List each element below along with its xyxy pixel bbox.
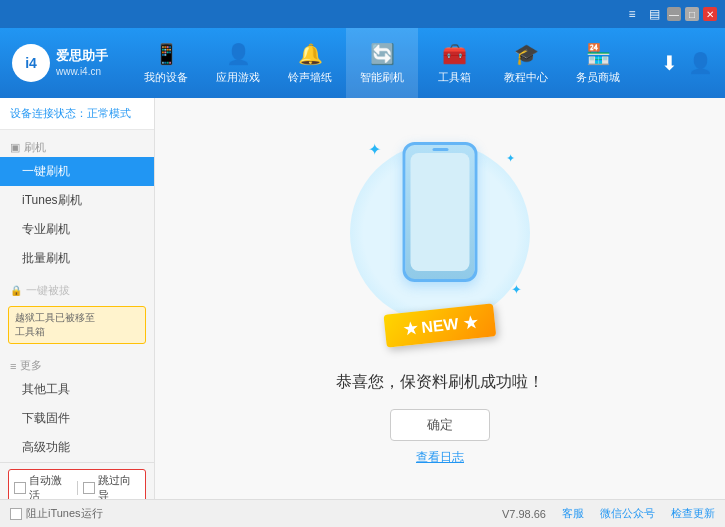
wifi-icon: ≡ (623, 5, 641, 23)
footer: 阻止iTunes运行 V7.98.66 客服 微信公众号 检查更新 (0, 499, 725, 527)
ringtones-icon: 🔔 (298, 42, 323, 66)
main-layout: 设备连接状态：正常模式 ▣ 刷机 一键刷机 iTunes刷机 专业刷机 批量刷机… (0, 98, 725, 499)
auto-activate-checkbox[interactable]: 自动激活 (14, 473, 71, 499)
sidebar-item-one-key-flash[interactable]: 一键刷机 (0, 157, 154, 186)
stop-itunes-checkbox[interactable] (10, 508, 22, 520)
skip-guide-checkbox[interactable]: 跳过向导 (83, 473, 140, 499)
skip-guide-check-box[interactable] (83, 482, 95, 494)
view-log-button[interactable]: 查看日志 (416, 449, 464, 466)
flash-section-header: ▣ 刷机 (0, 136, 154, 157)
sidebar: 设备连接状态：正常模式 ▣ 刷机 一键刷机 iTunes刷机 专业刷机 批量刷机… (0, 98, 155, 499)
sidebar-item-batch-flash[interactable]: 批量刷机 (0, 244, 154, 273)
sidebar-item-other-tools[interactable]: 其他工具 (0, 375, 154, 404)
flash-section: ▣ 刷机 一键刷机 iTunes刷机 专业刷机 批量刷机 (0, 130, 154, 279)
nav-tutorials[interactable]: 🎓 教程中心 (490, 28, 562, 98)
sidebar-item-download-firmware[interactable]: 下载固件 (0, 404, 154, 433)
sparkle-right-top-icon: ✦ (506, 152, 515, 165)
business-icon: 🏪 (586, 42, 611, 66)
device-area: 自动激活 跳过向导 📱 iPhone 15 Pro Max 512GB iPho… (0, 462, 154, 499)
sidebar-status: 设备连接状态：正常模式 (0, 98, 154, 130)
sparkle-left-icon: ✦ (368, 140, 381, 159)
header-right: ⬇ 👤 (661, 51, 725, 75)
version-label: V7.98.66 (502, 508, 546, 520)
minimize-icon[interactable]: — (667, 7, 681, 21)
top-bar: ≡ ▤ — □ ✕ (0, 0, 725, 28)
footer-left: 阻止iTunes运行 (10, 506, 103, 521)
signal-icon: ▤ (645, 5, 663, 23)
maximize-icon[interactable]: □ (685, 7, 699, 21)
customer-link[interactable]: 客服 (562, 506, 584, 521)
my-device-icon: 📱 (154, 42, 179, 66)
nav-business[interactable]: 🏪 务员商城 (562, 28, 634, 98)
header: i4 爱思助手 www.i4.cn 📱 我的设备 👤 应用游戏 🔔 铃声墙纸 🔄… (0, 28, 725, 98)
wechat-link[interactable]: 微信公众号 (600, 506, 655, 521)
logo-text: 爱思助手 www.i4.cn (56, 48, 108, 78)
separator (77, 481, 78, 495)
auto-activate-row: 自动激活 跳过向导 (8, 469, 146, 499)
sparkle-right-bottom-icon: ✦ (511, 282, 522, 297)
user-button[interactable]: 👤 (688, 51, 713, 75)
content-area: ✦ ✦ ✦ ★ NEW ★ 恭喜您，保资料刷机成功啦！ 确定 查看日志 (155, 98, 725, 499)
nav-smart-flash[interactable]: 🔄 智能刷机 (346, 28, 418, 98)
apps-icon: 👤 (226, 42, 251, 66)
close-icon[interactable]: ✕ (703, 7, 717, 21)
tutorials-icon: 🎓 (514, 42, 539, 66)
download-button[interactable]: ⬇ (661, 51, 678, 75)
flash-section-icon: ▣ (10, 141, 20, 154)
more-section-header: ≡ 更多 (0, 352, 154, 375)
logo-icon: i4 (12, 44, 50, 82)
sidebar-item-advanced[interactable]: 高级功能 (0, 433, 154, 462)
nav-items: 📱 我的设备 👤 应用游戏 🔔 铃声墙纸 🔄 智能刷机 🧰 工具箱 🎓 教程中心… (130, 28, 661, 98)
auto-activate-check-box[interactable] (14, 482, 26, 494)
toolbox-icon: 🧰 (442, 42, 467, 66)
nav-my-device[interactable]: 📱 我的设备 (130, 28, 202, 98)
sidebar-item-pro-flash[interactable]: 专业刷机 (0, 215, 154, 244)
nav-apps[interactable]: 👤 应用游戏 (202, 28, 274, 98)
confirm-button[interactable]: 确定 (390, 409, 490, 441)
sidebar-disabled-restore: 🔒 一键被拔 (0, 279, 154, 302)
success-illustration: ✦ ✦ ✦ ★ NEW ★ (340, 132, 540, 352)
success-text: 恭喜您，保资料刷机成功啦！ (336, 372, 544, 393)
nav-toolbox[interactable]: 🧰 工具箱 (418, 28, 490, 98)
lock-icon: 🔒 (10, 285, 22, 296)
sidebar-item-itunes-flash[interactable]: iTunes刷机 (0, 186, 154, 215)
sidebar-notice: 越狱工具已被移至工具箱 (8, 306, 146, 344)
phone-illustration (403, 142, 478, 282)
stop-itunes-label: 阻止iTunes运行 (26, 506, 103, 521)
smart-flash-icon: 🔄 (370, 42, 395, 66)
nav-ringtones[interactable]: 🔔 铃声墙纸 (274, 28, 346, 98)
check-update-link[interactable]: 检查更新 (671, 506, 715, 521)
logo-area: i4 爱思助手 www.i4.cn (0, 28, 130, 98)
footer-right: V7.98.66 客服 微信公众号 检查更新 (502, 506, 715, 521)
more-icon: ≡ (10, 360, 16, 372)
